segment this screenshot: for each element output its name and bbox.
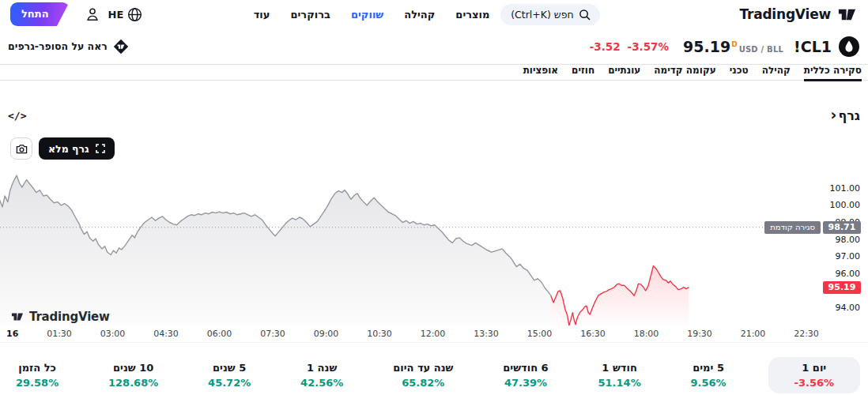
time-tick-label: 03:00 — [100, 329, 126, 339]
supercharts-promo-link[interactable]: ראה על הסופר-גרפים — [8, 39, 129, 55]
nav-item-brokers[interactable]: ברוקרים — [290, 9, 330, 21]
search-placeholder: חפש (Ctrl+K) — [511, 9, 574, 21]
user-menu-button[interactable] — [84, 6, 101, 23]
search-icon — [579, 9, 591, 21]
supercharts-promo-label: ראה על הסופר-גרפים — [8, 40, 108, 52]
price-tick-label: 96.00 — [836, 269, 861, 279]
period-change-value: 9.56% — [691, 377, 726, 389]
top-navigation-bar: TradingView חפש (Ctrl+K) מוצריםקהילהשווק… — [0, 0, 868, 28]
previous-close-label: סגירה קודמת — [764, 221, 821, 234]
chart-section-title: גרף — [838, 108, 860, 123]
tab-options[interactable]: אופציות — [523, 65, 558, 81]
time-scale[interactable]: 1601:3003:0004:3006:0007:3009:0010:3012:… — [0, 325, 868, 342]
language-switcher[interactable]: HE — [108, 6, 144, 23]
camera-icon — [16, 143, 28, 155]
time-tick-label: 21:00 — [741, 329, 766, 339]
period-change-value: 128.68% — [108, 377, 158, 389]
period-label: 5 ימים — [691, 362, 726, 374]
tab-contracts[interactable]: חוזים — [572, 65, 594, 81]
supercharts-badge-icon — [113, 39, 129, 55]
time-tick-label: 06:00 — [207, 329, 232, 339]
time-tick-label: 18:00 — [634, 329, 659, 339]
nav-item-community[interactable]: קהילה — [404, 9, 435, 21]
nav-item-more[interactable]: עוד — [254, 9, 270, 21]
chart-bottom-divider — [0, 342, 868, 343]
tradingview-symbol-page: TradingView חפש (Ctrl+K) מוצריםקהילהשווק… — [0, 0, 868, 395]
symbol-price-cluster: 95.19 D USD / BLL — [683, 38, 783, 55]
symbol-ticker[interactable]: CL1! — [794, 38, 832, 55]
price-tick-label: 100.00 — [830, 200, 861, 210]
time-tick-label: 13:30 — [474, 329, 499, 339]
time-tick-label: 09:00 — [314, 329, 339, 339]
tradingview-logo[interactable]: TradingView — [739, 4, 858, 25]
period-change-value: 42.56% — [300, 377, 343, 389]
tab-community[interactable]: קהילה — [762, 65, 791, 81]
change-absolute: -3.52 — [590, 40, 621, 53]
period-change-value: 45.72% — [208, 377, 251, 389]
nav-item-products[interactable]: מוצרים — [455, 9, 489, 21]
price-tick-label: 101.00 — [830, 183, 861, 194]
last-price: 95.19 — [683, 38, 730, 55]
previous-session-area — [0, 175, 551, 325]
change-percent: -3.57% — [628, 40, 669, 53]
chart-watermark: TradingView — [10, 310, 110, 324]
tradingview-logo-text: TradingView — [739, 6, 831, 22]
user-icon — [84, 6, 101, 23]
watermark-logo-icon — [10, 310, 25, 324]
period-change-value: 51.14% — [598, 377, 641, 389]
symbol-header-row: CL1! 95.19 D USD / BLL -3.57% -3.52 ראה … — [0, 28, 868, 65]
nav-item-markets[interactable]: שווקים — [351, 9, 383, 21]
period-label: 6 חודשים — [503, 362, 548, 374]
period-stat-all[interactable]: כל הזמן29.58% — [8, 357, 66, 393]
period-change-value: -3.56% — [794, 377, 835, 389]
price-tick-label: 98.00 — [836, 235, 861, 245]
performance-periods-row: יום 1-3.56%5 ימים9.56%חודש 151.14%6 חודש… — [0, 356, 868, 395]
fullscreen-button-label: גרף מלא — [48, 143, 89, 155]
language-code: HE — [108, 9, 124, 21]
tradingview-logo-icon — [836, 4, 858, 25]
tab-seasonals[interactable]: עונתיים — [608, 65, 640, 81]
price-unit: USD / BLL — [739, 45, 783, 54]
period-stat-1y[interactable]: שנה 142.56% — [292, 357, 351, 393]
tab-technicals[interactable]: טכני — [730, 65, 749, 81]
period-label: כל הזמן — [16, 362, 58, 374]
delayed-data-flag: D — [731, 40, 737, 48]
tab-forward-curve[interactable]: עקומה קדימה — [654, 65, 715, 81]
period-change-value: 29.58% — [16, 377, 58, 389]
period-change-value: 47.39% — [503, 377, 548, 389]
period-stat-ytd[interactable]: שנה עד היום65.82% — [385, 357, 461, 393]
time-tick-label: 12:00 — [421, 329, 446, 339]
fullscreen-chart-button[interactable]: גרף מלא — [39, 137, 115, 160]
time-tick-label: 01:30 — [47, 329, 72, 339]
symbol-info: CL1! 95.19 D USD / BLL -3.57% -3.52 — [590, 36, 859, 57]
time-tick-label: 04:30 — [153, 329, 179, 339]
period-label: חודש 1 — [598, 362, 641, 374]
time-tick-label: 15:00 — [527, 329, 553, 339]
fullscreen-icon — [96, 144, 105, 153]
globe-icon — [126, 6, 143, 23]
get-started-button[interactable]: התחל — [10, 2, 70, 26]
period-stat-5y[interactable]: 5 שנים45.72% — [200, 357, 259, 393]
snapshot-button[interactable] — [10, 137, 32, 160]
search-box[interactable]: חפש (Ctrl+K) — [500, 4, 600, 25]
period-stat-5d[interactable]: 5 ימים9.56% — [683, 357, 734, 393]
price-tick-label: 97.00 — [836, 251, 861, 261]
chevron-left-icon: ‹ — [831, 107, 837, 122]
period-stat-10y[interactable]: 10 שנים128.68% — [100, 357, 166, 393]
time-tick-label: 16:30 — [580, 329, 606, 339]
period-label: שנה 1 — [300, 362, 343, 374]
crude-oil-icon — [839, 36, 859, 57]
time-tick-label: 16 — [6, 329, 18, 339]
period-label: שנה עד היום — [393, 362, 453, 374]
period-stat-6m[interactable]: 6 חודשים47.39% — [495, 357, 556, 393]
period-stat-1d[interactable]: יום 1-3.56% — [768, 357, 861, 393]
embed-code-button[interactable]: </> — [8, 110, 26, 122]
tab-overview[interactable]: סקירה כללית — [804, 65, 862, 81]
chart-canvas — [0, 167, 868, 325]
watermark-text: TradingView — [29, 310, 110, 324]
price-chart[interactable]: 101.00100.0099.0098.0097.0096.0095.0094.… — [0, 167, 868, 325]
main-nav: מוצריםקהילהשווקיםברוקריםעוד — [254, 9, 490, 21]
symbol-page-tabs: סקירה כלליתקהילהטכניעקומה קדימהעונתייםחו… — [0, 65, 868, 81]
period-stat-1m[interactable]: חודש 151.14% — [591, 357, 649, 393]
chart-section-link[interactable]: גרף ‹ — [831, 108, 860, 123]
